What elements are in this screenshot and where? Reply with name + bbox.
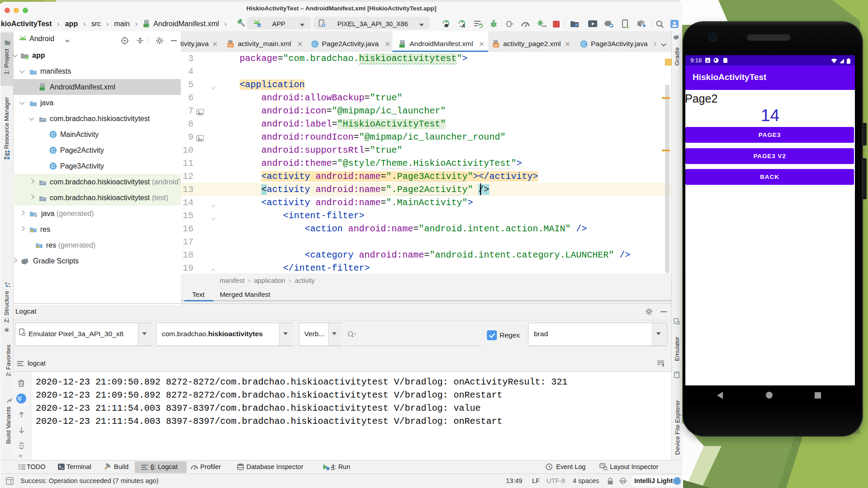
svg-text:C: C: [52, 132, 55, 137]
svg-text:MF: MF: [40, 87, 45, 91]
svg-text:A: A: [707, 59, 709, 63]
svg-text:A: A: [462, 23, 465, 28]
svg-text:C: C: [52, 148, 55, 153]
svg-text:C: C: [582, 42, 586, 47]
svg-text:C: C: [313, 42, 317, 47]
svg-text:C: C: [52, 164, 55, 169]
svg-text:MF: MF: [144, 23, 149, 28]
svg-text:<>: <>: [228, 43, 233, 47]
svg-text:<>: <>: [494, 43, 498, 47]
svg-text:MF: MF: [400, 44, 405, 48]
